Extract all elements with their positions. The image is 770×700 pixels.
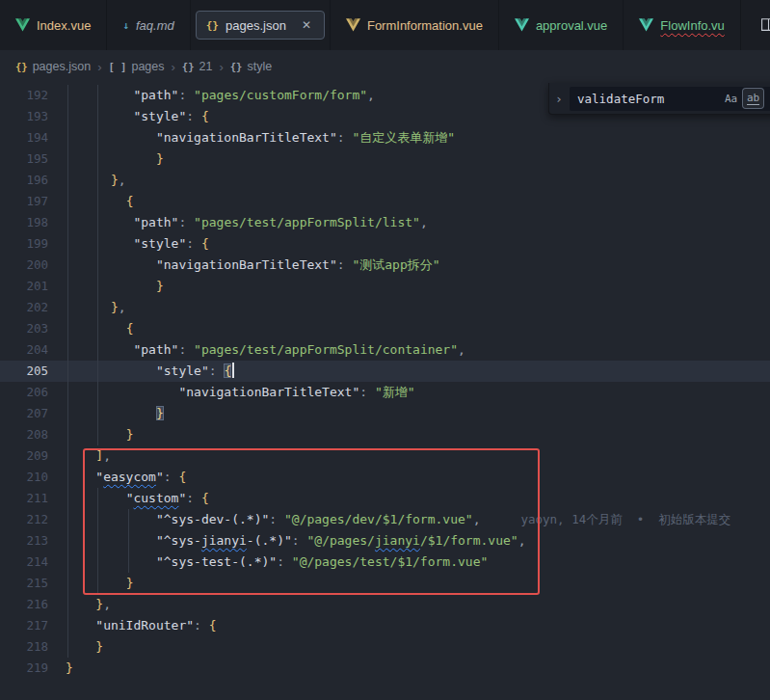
code-text: "uniIdRouter": { [48, 615, 217, 636]
code-line-196[interactable]: 196 }, [0, 170, 770, 191]
regex-icon[interactable]: .* [765, 89, 770, 108]
code-line-210[interactable]: 210 "easycom": { [0, 467, 770, 488]
code-text: { [48, 191, 133, 212]
code-line-194[interactable]: 194 "navigationBarTitleText": "自定义表单新增" [0, 127, 770, 148]
indent-guide [97, 488, 98, 594]
line-number[interactable]: 216 [0, 594, 48, 615]
line-number[interactable]: 213 [0, 530, 48, 552]
code-lines: 192 "path": "pages/customForm/form",193 … [0, 85, 770, 679]
line-number[interactable]: 218 [0, 636, 48, 658]
line-number[interactable]: 212 [0, 509, 48, 530]
code-text: "^sys-test-(.*)": "@/pages/test/$1/form.… [48, 552, 488, 573]
line-number[interactable]: 209 [0, 445, 48, 467]
tab-label: approval.vue [536, 18, 607, 33]
editor[interactable]: 192 "path": "pages/customForm/form",193 … [0, 83, 770, 700]
breadcrumb-item-21[interactable]: {}21 [182, 60, 213, 73]
breadcrumb-label: pages.json [33, 60, 91, 73]
find-input[interactable]: validateForm Aa ab .* [570, 87, 770, 111]
tab-label: FlowInfo.vu [660, 18, 724, 33]
code-text: } [48, 573, 133, 594]
code-line-211[interactable]: 211 "custom": { [0, 488, 770, 509]
line-number[interactable]: 208 [0, 424, 48, 445]
line-number[interactable]: 204 [0, 339, 48, 361]
find-query[interactable]: validateForm [577, 92, 719, 106]
code-line-201[interactable]: 201 } [0, 276, 770, 297]
line-number[interactable]: 202 [0, 297, 48, 318]
line-number[interactable]: 206 [0, 382, 48, 403]
braces-icon: {} [206, 19, 219, 32]
symbol-icon: {} [15, 61, 28, 72]
code-line-207[interactable]: 207 } [0, 403, 770, 424]
breadcrumb-label: style [247, 60, 272, 73]
code-text: } [48, 424, 133, 445]
breadcrumb-item-style[interactable]: {}style [230, 60, 272, 73]
code-line-214[interactable]: 214 "^sys-test-(.*)": "@/pages/test/$1/f… [0, 552, 770, 573]
code-line-212[interactable]: 212 "^sys-dev-(.*)": "@/pages/dev/$1/for… [0, 509, 770, 530]
code-line-219[interactable]: 219} [0, 658, 770, 679]
line-number[interactable]: 194 [0, 127, 48, 148]
line-number[interactable]: 214 [0, 552, 48, 573]
whole-word-icon[interactable]: ab [743, 89, 763, 108]
line-number[interactable]: 195 [0, 148, 48, 170]
code-line-197[interactable]: 197 { [0, 191, 770, 212]
breadcrumb-item-pages-json[interactable]: {}pages.json [15, 60, 91, 73]
toggle-replace-chevron-icon[interactable]: › [553, 92, 565, 106]
code-text: "^sys-jianyi-(.*)": "@/pages/jianyi/$1/f… [48, 530, 525, 552]
line-number[interactable]: 217 [0, 615, 48, 636]
tab-bar: Index.vue↓faq.md{}pages.json✕FormInforma… [0, 0, 770, 50]
line-number[interactable]: 196 [0, 170, 48, 191]
tab-pages-json[interactable]: {}pages.json✕ [191, 0, 331, 50]
code-line-203[interactable]: 203 { [0, 318, 770, 339]
line-number[interactable]: 207 [0, 403, 48, 424]
breadcrumb-label: 21 [199, 60, 213, 73]
code-line-199[interactable]: 199 "style": { [0, 233, 770, 255]
line-number[interactable]: 198 [0, 212, 48, 233]
tab-label: FormInformation.vue [367, 18, 483, 33]
line-number[interactable]: 215 [0, 573, 48, 594]
code-line-218[interactable]: 218 } [0, 636, 770, 658]
tab-faq-md[interactable]: ↓faq.md [107, 0, 190, 50]
line-number[interactable]: 197 [0, 191, 48, 212]
breadcrumb-item-pages[interactable]: [ ]pages [108, 60, 164, 73]
tab-approval-vue[interactable]: approval.vue [499, 0, 624, 50]
vue-icon [346, 18, 360, 32]
code-line-195[interactable]: 195 } [0, 148, 770, 170]
line-number[interactable]: 203 [0, 318, 48, 339]
code-line-202[interactable]: 202 }, [0, 297, 770, 318]
code-line-216[interactable]: 216 }, [0, 594, 770, 615]
close-icon[interactable]: ✕ [299, 17, 314, 33]
vue-icon [515, 18, 529, 32]
vscode-window: Index.vue↓faq.md{}pages.json✕FormInforma… [0, 0, 770, 700]
code-line-215[interactable]: 215 } [0, 573, 770, 594]
code-line-198[interactable]: 198 "path": "pages/test/appFormSplit/lis… [0, 212, 770, 233]
line-number[interactable]: 219 [0, 658, 48, 679]
match-case-icon[interactable]: Aa [721, 89, 741, 108]
line-number[interactable]: 210 [0, 467, 48, 488]
line-number[interactable]: 200 [0, 255, 48, 276]
tab-flowinfo-vu[interactable]: FlowInfo.vu [624, 0, 740, 50]
code-line-209[interactable]: 209 ], [0, 445, 770, 467]
symbol-icon: [ ] [108, 61, 126, 72]
line-number[interactable]: 205 [0, 361, 48, 382]
tab-forminformation-vue[interactable]: FormInformation.vue [331, 0, 499, 50]
code-line-217[interactable]: 217 "uniIdRouter": { [0, 615, 770, 636]
line-number[interactable]: 211 [0, 488, 48, 509]
code-line-206[interactable]: 206 "navigationBarTitleText": "新增" [0, 382, 770, 403]
code-text: } [48, 403, 164, 424]
line-number[interactable]: 201 [0, 276, 48, 297]
code-line-205[interactable]: 205 "style": { [0, 361, 770, 382]
line-number[interactable]: 199 [0, 233, 48, 255]
tab-index-vue[interactable]: Index.vue [0, 0, 107, 50]
breadcrumb-separator: › [172, 60, 175, 74]
split-editor-icon[interactable] [760, 16, 770, 37]
code-line-213[interactable]: 213 "^sys-jianyi-(.*)": "@/pages/jianyi/… [0, 530, 770, 552]
code-text: "style": { [48, 361, 234, 382]
line-number[interactable]: 193 [0, 106, 48, 127]
code-line-204[interactable]: 204 "path": "pages/test/appFormSplit/con… [0, 339, 770, 361]
tab-label: Index.vue [37, 18, 91, 33]
code-text: "easycom": { [48, 467, 186, 488]
line-number[interactable]: 192 [0, 85, 48, 106]
code-line-208[interactable]: 208 } [0, 424, 770, 445]
code-line-200[interactable]: 200 "navigationBarTitleText": "测试app拆分" [0, 255, 770, 276]
code-text: }, [48, 170, 126, 191]
